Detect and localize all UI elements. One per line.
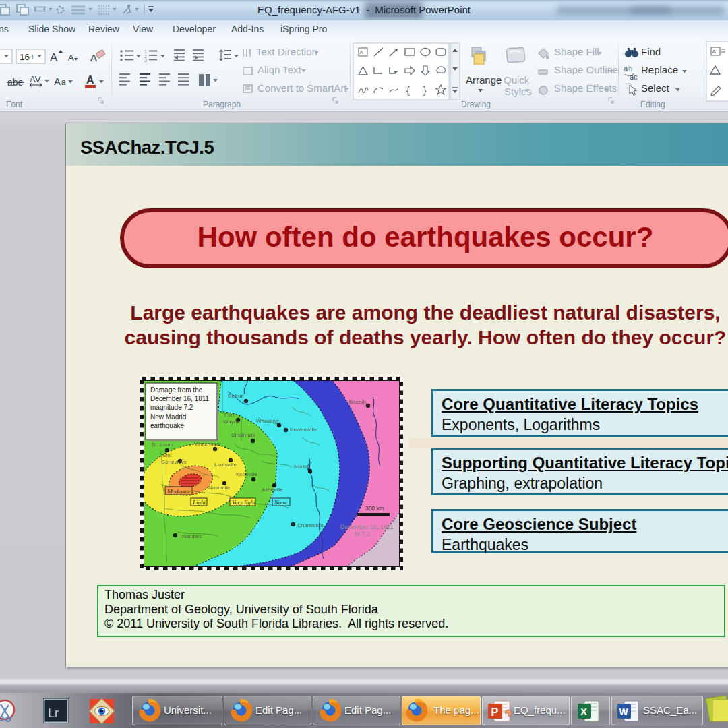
svg-text:Detroit: Detroit [228, 393, 244, 399]
svg-text:Knoxville: Knoxville [236, 471, 258, 477]
svg-text:W: W [619, 706, 629, 717]
svg-text:A: A [360, 49, 364, 55]
svg-text:b: b [628, 65, 632, 73]
svg-text:Norfolk: Norfolk [294, 464, 311, 470]
svg-text:a: a [624, 65, 628, 73]
svg-text:Brownsville: Brownsville [290, 427, 317, 433]
svg-text:16+: 16+ [20, 52, 35, 62]
svg-text:Cincinnati: Cincinnati [231, 432, 255, 438]
svg-text:magnitude 7.2: magnitude 7.2 [150, 404, 193, 411]
svg-text:New Madrid: New Madrid [150, 413, 186, 421]
svg-text:Genevieve: Genevieve [161, 459, 187, 465]
svg-text:Asheville: Asheville [262, 487, 284, 493]
svg-text:Natchez: Natchez [182, 533, 202, 539]
svg-text:December 16, 1811: December 16, 1811 [340, 524, 393, 530]
svg-text:}: } [423, 85, 427, 96]
svg-text:A: A [50, 51, 58, 64]
svg-text:December 16, 1811: December 16, 1811 [150, 395, 210, 402]
svg-text:Very light: Very light [232, 499, 255, 506]
svg-text:300 km: 300 km [365, 505, 384, 512]
svg-text:Nashville: Nashville [208, 485, 231, 491]
svg-text:P: P [491, 706, 499, 718]
svg-text:Light: Light [192, 499, 206, 506]
svg-text:Ste.: Ste. [162, 452, 172, 458]
svg-text:AV: AV [30, 74, 41, 84]
svg-text:A: A [68, 53, 74, 63]
svg-text:Lr: Lr [48, 706, 59, 720]
svg-text:Fort: Fort [224, 412, 235, 418]
svg-text:{: { [406, 85, 410, 96]
svg-text:3: 3 [144, 58, 147, 63]
svg-text:Louisville: Louisville [214, 462, 237, 468]
svg-text:earthquake: earthquake [150, 422, 184, 429]
svg-text:ac: ac [630, 73, 638, 81]
svg-text:St. Louis: St. Louis [152, 442, 173, 448]
svg-text:Damage from the: Damage from the [150, 386, 203, 394]
svg-text:M 7.2: M 7.2 [355, 530, 370, 537]
svg-text:Moderate: Moderate [166, 488, 191, 495]
svg-text:Charleston: Charleston [297, 522, 324, 528]
svg-text:A: A [86, 74, 94, 86]
svg-text:X: X [580, 706, 587, 717]
svg-text:A: A [54, 75, 61, 87]
svg-text:Wheeling: Wheeling [256, 418, 278, 424]
svg-text:a: a [61, 78, 66, 87]
svg-text:A: A [712, 49, 717, 55]
svg-text:Boston: Boston [349, 399, 366, 405]
svg-text:None: None [274, 499, 287, 506]
svg-text:Wayne: Wayne [223, 419, 240, 425]
svg-text:Vincennes: Vincennes [194, 441, 219, 447]
